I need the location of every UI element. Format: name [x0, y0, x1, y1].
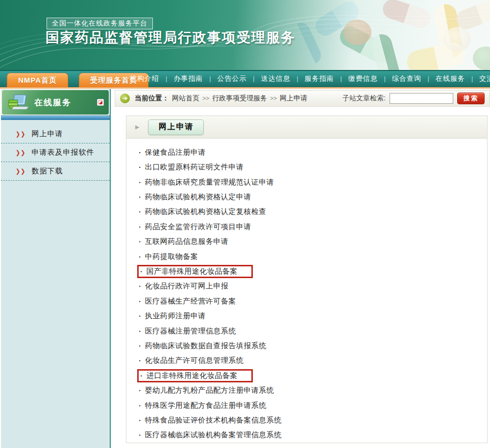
link-special-food-verification-org-filing-system[interactable]: ▪特殊食品验证评价技术机构备案信息系统 [137, 415, 286, 426]
link-row: ▪保健食品注册申请 [137, 145, 487, 160]
link-row: ▪药物临床试验数据自查报告填报系统 [137, 338, 487, 353]
bullet-icon: ▪ [139, 314, 141, 318]
breadcrumb-prefix: 当前位置： [135, 94, 169, 103]
link-tcm-extract-filing[interactable]: ▪中药提取物备案 [137, 251, 202, 262]
link-row: ▪化妆品生产许可信息管理系统 [137, 354, 487, 368]
link-internet-drug-info-service[interactable]: ▪互联网药品信息服务申请 [137, 236, 232, 247]
section-arrow-icon: ▶ [135, 124, 139, 130]
tab-nmpa-home[interactable]: NMPA首页 [7, 73, 68, 87]
bullet-icon: ▪ [139, 255, 141, 259]
link-medical-device-clinical-trial-org-filing-system[interactable]: ▪医疗器械临床试验机构备案管理信息系统 [137, 429, 286, 441]
link-row: ▪药物临床试验机构资格认定复核检查 [137, 205, 487, 219]
link-eu-api-export-cert[interactable]: ▪出口欧盟原料药证明文件申请 [137, 162, 247, 173]
platform-badge: 全国一体化在线政务服务平台 [47, 18, 153, 29]
menu-item-songdaxinxi[interactable]: 送达信息 [254, 74, 296, 83]
bullet-icon: ▪ [139, 165, 141, 169]
link-row: ▪特殊食品验证评价技术机构备案信息系统 [137, 413, 487, 427]
link-row: ▪国产非特殊用途化妆品备案 [137, 264, 487, 279]
link-cosmetics-production-license-system[interactable]: ▪化妆品生产许可信息管理系统 [137, 355, 247, 366]
bullet-icon: ▪ [139, 210, 141, 214]
page: 全国一体化在线政务服务平台 国家药品监督管理局行政事项受理服务 NMPA首页 受… [0, 0, 490, 448]
content-panel: ▶ 网上申请 ▪保健食品注册申请 ▪出口欧盟原料药证明文件申请 ▪药物非临床研究… [126, 116, 488, 443]
sidebar-item-data-download[interactable]: ❯❯ 数据下载 [1, 162, 110, 181]
menu-item-banshizhinan[interactable]: 办事指南 [167, 74, 209, 83]
link-row: ▪互联网药品信息服务申请 [137, 235, 487, 249]
link-clinical-trial-org-review[interactable]: ▪药物临床试验机构资格认定复核检查 [137, 206, 270, 217]
link-health-food-registration[interactable]: ▪保健食品注册申请 [137, 147, 210, 158]
link-row: ▪药物临床试验机构资格认定申请 [137, 189, 487, 204]
breadcrumb-link-service[interactable]: 行政事项受理服务 [212, 94, 267, 103]
breadcrumb-link-online-application[interactable]: 网上申请 [280, 94, 307, 103]
red-arrow-icon: ❯❯ [16, 130, 25, 138]
red-arrow-icon: ❯❯ [16, 167, 25, 175]
search-button[interactable]: 搜索 [457, 93, 485, 104]
breadcrumb: 当前位置： 网站首页 >> 行政事项受理服务 >> 网上申请 [135, 94, 307, 103]
breadcrumb-separator: >> [202, 95, 209, 102]
bullet-icon: ▪ [139, 418, 141, 423]
bullet-icon: ▪ [139, 344, 141, 348]
bullet-icon: ▪ [139, 239, 141, 244]
breadcrumb-arrow-icon: ➔ [120, 94, 130, 103]
bullet-icon: ▪ [139, 433, 141, 437]
bullet-icon: ▪ [139, 403, 141, 408]
online-application-section-button[interactable]: 网上申请 [148, 119, 204, 135]
sidebar-item-online-application[interactable]: ❯❯ 网上申请 [1, 125, 110, 143]
link-row: ▪医疗器械生产经营许可备案 [137, 294, 487, 308]
menu-item-jigoujieshao[interactable]: 机构介绍 [123, 74, 166, 83]
nav-menu: 机构介绍 | 办事指南 | 公告公示 | 送达信息 | 服务指南 | 缴费信息 … [123, 71, 488, 86]
link-special-medical-food-registration-system[interactable]: ▪特殊医学用途配方食品注册申请系统 [137, 400, 270, 411]
link-row: ▪出口欧盟原料药证明文件申请 [137, 160, 487, 175]
link-row: ▪医疗器械注册管理信息系统 [137, 324, 487, 338]
sidebar-spacer [1, 120, 110, 125]
menu-item-zonghechaxun[interactable]: 综合查询 [386, 74, 428, 83]
link-row: ▪中药提取物备案 [137, 249, 487, 264]
link-cosmetics-admin-license-online[interactable]: ▪化妆品行政许可网上申报 [137, 281, 232, 292]
sidebar-item-forms-software[interactable]: ❯❯ 申请表及申报软件 [1, 143, 110, 162]
sidebar-blue-bar [1, 116, 110, 120]
link-row: ▪药物非临床研究质量管理规范认证申请 [137, 175, 487, 189]
bullet-icon: ▪ [139, 225, 141, 229]
site-search: 子站文章检索: 搜索 [343, 93, 485, 104]
sidebar-collapse-icon[interactable]: ◪ [97, 99, 104, 106]
link-row: ▪进口非特殊用途化妆品备案 [137, 368, 487, 383]
link-licensed-pharmacist-registration[interactable]: ▪执业药师注册申请 [137, 310, 210, 322]
menu-item-zaixianfuwu[interactable]: 在线服务 [429, 74, 471, 83]
banner: 全国一体化在线政务服务平台 国家药品监督管理局行政事项受理服务 [0, 0, 490, 70]
link-imported-non-special-cosmetics-filing[interactable]: ▪进口非特殊用途化妆品备案 [137, 369, 253, 382]
link-infant-formula-registration-system[interactable]: ▪婴幼儿配方乳粉产品配方注册申请系统 [137, 385, 278, 396]
sidebar-title: 在线服务 [34, 97, 97, 108]
link-medical-device-registration-system[interactable]: ▪医疗器械注册管理信息系统 [137, 326, 240, 337]
menu-item-jiaofeixinxi[interactable]: 缴费信息 [342, 74, 384, 83]
link-clinical-trial-self-check-report[interactable]: ▪药物临床试验数据自查报告填报系统 [137, 340, 270, 352]
bullet-icon: ▪ [141, 374, 142, 378]
content-header: ▶ 网上申请 [126, 116, 487, 139]
main-navbar: NMPA首页 受理服务首页 机构介绍 | 办事指南 | 公告公示 | 送达信息 … [0, 70, 490, 87]
bullet-icon: ▪ [141, 269, 142, 274]
online-service-icon [7, 93, 28, 112]
link-domestic-non-special-cosmetics-filing[interactable]: ▪国产非特殊用途化妆品备案 [137, 265, 253, 278]
red-arrow-icon: ❯❯ [16, 149, 25, 156]
menu-item-gonggaogongshi[interactable]: 公告公示 [211, 74, 253, 83]
sidebar-online-services: 在线服务 ◪ ❯❯ 网上申请 ❯❯ 申请表及申报软件 ❯❯ 数据下载 [1, 89, 111, 448]
menu-item-jiaoliuyugoutong[interactable]: 交流与沟通 [473, 74, 490, 83]
link-row: ▪化妆品行政许可网上申报 [137, 279, 487, 294]
sidebar-item-label: 网上申请 [31, 129, 63, 139]
bullet-icon: ▪ [139, 388, 141, 393]
link-medical-device-production-license[interactable]: ▪医疗器械生产经营许可备案 [137, 296, 240, 307]
breadcrumb-link-home[interactable]: 网站首页 [172, 94, 199, 103]
sidebar-item-label: 数据下载 [31, 166, 63, 176]
link-glp-certification[interactable]: ▪药物非临床研究质量管理规范认证申请 [137, 177, 278, 188]
bullet-icon: ▪ [139, 195, 141, 199]
link-row: ▪执业药师注册申请 [137, 308, 487, 323]
search-input[interactable] [390, 93, 453, 104]
site-title: 国家药品监督管理局行政事项受理服务 [46, 28, 295, 47]
link-clinical-trial-org-qualification[interactable]: ▪药物临床试验机构资格认定申请 [137, 191, 255, 203]
bullet-icon: ▪ [139, 329, 141, 333]
menu-item-fuwuzhinan[interactable]: 服务指南 [298, 74, 341, 83]
link-row: ▪医疗器械临床试验机构备案管理信息系统 [137, 428, 487, 443]
link-row: ▪药品安全监管行政许可项目申请 [137, 219, 487, 234]
bullet-icon: ▪ [139, 180, 141, 185]
breadcrumb-bar: ➔ 当前位置： 网站首页 >> 行政事项受理服务 >> 网上申请 子站文章检索:… [115, 90, 490, 107]
bullet-icon: ▪ [139, 150, 141, 155]
link-drug-safety-admin-license[interactable]: ▪药品安全监管行政许可项目申请 [137, 221, 255, 233]
